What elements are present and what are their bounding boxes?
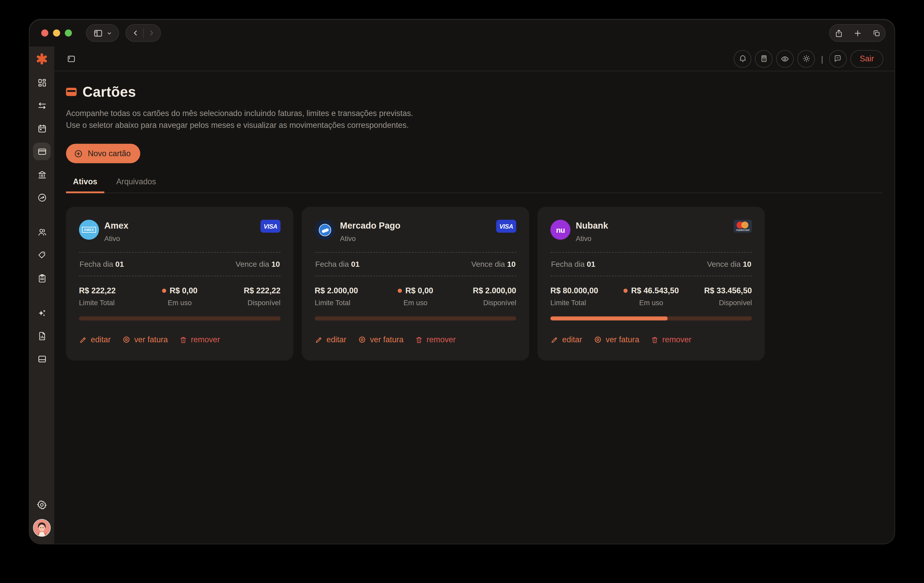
usage-progress-bar (79, 316, 280, 321)
remove-card-link[interactable]: remover (179, 335, 220, 344)
divider (315, 276, 516, 276)
sidebar-item-calendar[interactable] (33, 120, 51, 137)
tab-ativos[interactable]: Ativos (66, 177, 104, 193)
sidebar-item-ai[interactable] (33, 304, 51, 322)
view-invoice-link[interactable]: ver fatura (593, 335, 639, 344)
back-button[interactable] (131, 29, 139, 37)
bank-icon (37, 169, 47, 180)
sidebar-item-transactions[interactable] (33, 97, 51, 114)
edit-card-link[interactable]: editar (79, 335, 111, 344)
new-card-button[interactable]: Novo cartão (66, 144, 140, 163)
target-icon (122, 335, 131, 344)
logout-label: Sair (860, 54, 874, 63)
sidebar-item-planning[interactable] (33, 269, 51, 287)
sidebar-item-investments[interactable] (33, 188, 51, 206)
usage-dot (162, 289, 166, 293)
tag-icon (37, 250, 47, 260)
logout-button[interactable]: Sair (850, 50, 883, 68)
card-mercado-pago: Mercado Pago Ativo VISA Fecha dia 01 Ven… (302, 207, 529, 361)
sidebar-item-contacts[interactable] (33, 223, 51, 241)
titlebar (30, 19, 894, 46)
share-button[interactable] (834, 29, 843, 37)
chevron-down-icon (106, 30, 112, 36)
divider (79, 276, 280, 276)
card-status: Ativo (340, 234, 400, 243)
visa-badge: VISA (261, 220, 280, 233)
chat-bubble-icon (833, 54, 842, 63)
stat-disponivel: R$ 33.456,50 Disponível (704, 287, 752, 307)
card-nubank: nu Nubank Ativo mastercard (538, 207, 765, 361)
tab-overview-button[interactable] (872, 29, 881, 37)
sidebar-toggle-button[interactable] (86, 24, 119, 42)
sidebar (30, 47, 54, 544)
view-invoice-link[interactable]: ver fatura (122, 335, 168, 344)
zoom-button[interactable] (65, 30, 72, 36)
tab-arquivados[interactable]: Arquivados (113, 177, 160, 193)
content: Cartões Acompanhe todas os cartões do mê… (54, 71, 894, 361)
card-amex: AMEX Amex Ativo VISA Fecha dia 01 Vence … (66, 207, 294, 361)
remove-card-link[interactable]: remover (415, 335, 456, 344)
remove-card-link[interactable]: remover (650, 335, 691, 344)
app-window: | Sair Cartões (29, 19, 895, 544)
stat-limite: R$ 80.000,00 Limite Total (550, 287, 598, 307)
panel-toggle-button[interactable] (66, 54, 76, 63)
sidebar-nav (33, 74, 51, 368)
edit-card-link[interactable]: editar (550, 335, 582, 344)
trend-circle-icon (37, 192, 47, 202)
trash-icon (415, 336, 423, 344)
privacy-button[interactable] (776, 50, 794, 68)
bell-icon (738, 54, 747, 63)
theme-button[interactable] (797, 50, 815, 68)
sidebar-item-cards[interactable] (33, 143, 51, 160)
users-icon (37, 227, 47, 237)
settings-button[interactable] (33, 496, 51, 514)
feedback-button[interactable] (829, 50, 847, 68)
divider (550, 276, 752, 276)
nubank-logo: nu (550, 220, 571, 240)
pencil-icon (315, 336, 323, 344)
close-button[interactable] (41, 30, 48, 36)
view-invoice-link[interactable]: ver fatura (358, 335, 403, 344)
minimize-button[interactable] (53, 30, 60, 36)
page-title: Cartões (82, 84, 136, 100)
trash-icon (650, 336, 659, 344)
nav-divider (143, 28, 144, 38)
stat-em-uso: R$ 0,00 Em uso (398, 287, 433, 307)
page-title-card-icon (66, 88, 77, 96)
mastercard-badge: mastercard (734, 220, 752, 233)
sidebar-item-dashboard[interactable] (33, 74, 51, 92)
trash-icon (179, 336, 187, 344)
sidebar-item-tags[interactable] (33, 246, 51, 264)
pencil-icon (550, 336, 559, 344)
target-icon (358, 335, 366, 344)
sidebar-panel-icon (93, 28, 103, 38)
amex-logo: AMEX (79, 220, 99, 240)
stat-disponivel: R$ 222,22 Disponível (244, 287, 280, 307)
forward-button[interactable] (147, 29, 155, 37)
dashboard-icon (37, 77, 47, 87)
stat-em-uso: R$ 46.543,50 Em uso (624, 287, 679, 307)
history-nav (125, 24, 161, 42)
sidebar-item-subscriptions[interactable] (33, 350, 51, 368)
visa-badge: VISA (496, 220, 516, 233)
main-area: | Sair Cartões (54, 47, 894, 544)
mercado-pago-logo (315, 220, 335, 240)
window-controls (41, 30, 72, 36)
card-name: Amex (104, 221, 129, 231)
calculator-button[interactable] (755, 50, 773, 68)
user-avatar[interactable] (33, 519, 51, 537)
header-divider: | (821, 54, 823, 63)
sidebar-item-accounts[interactable] (33, 165, 51, 183)
titlebar-actions (829, 24, 886, 42)
notifications-button[interactable] (734, 50, 752, 68)
new-tab-button[interactable] (853, 29, 862, 37)
card-status: Ativo (104, 234, 129, 243)
target-icon (593, 335, 602, 344)
sidebar-item-reports[interactable] (33, 327, 51, 345)
page-description: Acompanhe todas os cartões do mês seleci… (66, 108, 424, 131)
due-day: Vence dia 10 (707, 260, 751, 268)
usage-progress-bar (550, 316, 752, 321)
edit-card-link[interactable]: editar (315, 335, 346, 344)
pencil-icon (79, 336, 87, 344)
due-day: Vence dia 10 (471, 260, 516, 268)
